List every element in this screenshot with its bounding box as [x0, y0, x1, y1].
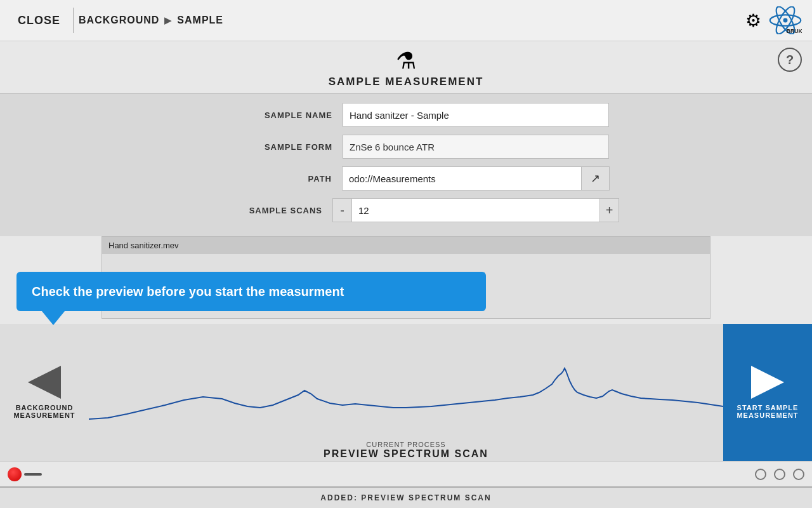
right-arrow-icon: [751, 366, 784, 399]
left-nav-label: BACKGROUND MEASUREMENT: [13, 404, 75, 419]
file-list-item[interactable]: Hand sanitizer.mev: [102, 237, 710, 254]
background-measurement-button[interactable]: BACKGROUND MEASUREMENT: [0, 324, 89, 461]
top-panel: ⚗ SAMPLE MEASUREMENT ? SAMPLE NAME SAMPL…: [0, 41, 812, 324]
progress-dot-3: [793, 469, 804, 480]
status-line: [24, 473, 42, 476]
path-field-group: ↗: [342, 166, 610, 190]
left-arrow-icon: [28, 366, 61, 399]
svg-text:BRUKER: BRUKER: [787, 28, 802, 34]
file-list-wrapper: Hand sanitizer.mev Check the preview bef…: [0, 236, 812, 319]
breadcrumb-step2: SAMPLE: [177, 15, 223, 26]
header-right: ⚙ BRUKER: [745, 6, 802, 34]
sample-name-row: SAMPLE NAME: [0, 103, 812, 127]
scans-row: SAMPLE SCANS - +: [0, 198, 812, 222]
bottom-bar: [0, 461, 812, 486]
spectrum-chart-wrapper: CURRENT PROCESS PREVIEW SPECTRUM SCAN: [89, 324, 723, 461]
status-indicator: [8, 467, 42, 481]
breadcrumb: BACKGROUND ▶ SAMPLE: [79, 15, 223, 26]
spectrum-chart: [89, 362, 723, 438]
form-area: SAMPLE NAME SAMPLE FORM PATH ↗ SAMPLE SC…: [0, 93, 812, 236]
scans-increment-button[interactable]: +: [600, 198, 619, 222]
start-sample-measurement-button[interactable]: START SAMPLE MEASUREMENT: [723, 324, 812, 461]
main-content: ⚗ SAMPLE MEASUREMENT ? SAMPLE NAME SAMPL…: [0, 41, 812, 508]
bottom-left: [8, 467, 42, 481]
scans-label: SAMPLE SCANS: [193, 206, 332, 215]
sample-form-label: SAMPLE FORM: [203, 142, 343, 152]
progress-dot-1: [755, 469, 766, 480]
added-bar: ADDED: PREVIEW SPECTRUM SCAN: [0, 486, 812, 508]
section-title-group: ⚗ SAMPLE MEASUREMENT: [329, 48, 484, 88]
path-browse-button[interactable]: ↗: [582, 166, 610, 190]
sample-name-label: SAMPLE NAME: [203, 110, 343, 120]
svg-point-3: [783, 18, 788, 23]
current-process-label: CURRENT PROCESS: [324, 441, 488, 448]
status-dot: [8, 467, 22, 481]
preview-scan-label: PREVIEW SPECTRUM SCAN: [324, 448, 488, 460]
close-button[interactable]: CLOSE: [10, 9, 68, 32]
header: CLOSE BACKGROUND ▶ SAMPLE ⚙ BRUKER: [0, 0, 812, 41]
added-bar-text: ADDED: PREVIEW SPECTRUM SCAN: [320, 493, 491, 502]
progress-dots: [755, 469, 804, 480]
spectrum-area: BACKGROUND MEASUREMENT CURRENT PROCESS P…: [0, 324, 812, 461]
tooltip-text: Check the preview before you start the m…: [16, 272, 486, 311]
breadcrumb-arrow: ▶: [164, 15, 172, 25]
path-label: PATH: [202, 174, 342, 184]
flask-icon: ⚗: [396, 48, 416, 74]
sample-form-input[interactable]: [343, 135, 609, 159]
breadcrumb-step1: BACKGROUND: [79, 15, 159, 26]
scans-input[interactable]: [351, 198, 600, 222]
help-button[interactable]: ?: [778, 48, 802, 72]
bruker-logo: BRUKER: [769, 6, 802, 34]
sample-form-row: SAMPLE FORM: [0, 135, 812, 159]
section-title: SAMPLE MEASUREMENT: [329, 76, 484, 88]
scans-field-group: - +: [332, 198, 619, 222]
tooltip-arrow: [42, 311, 65, 325]
header-divider: [73, 8, 74, 33]
right-nav-label: START SAMPLE MEASUREMENT: [737, 404, 798, 419]
gear-icon[interactable]: ⚙: [745, 10, 761, 31]
section-title-area: ⚗ SAMPLE MEASUREMENT ?: [0, 48, 812, 93]
path-input[interactable]: [342, 166, 582, 190]
scans-decrement-button[interactable]: -: [332, 198, 351, 222]
path-row: PATH ↗: [0, 166, 812, 190]
progress-dot-2: [774, 469, 785, 480]
sample-name-input[interactable]: [343, 103, 609, 127]
tooltip-container: Check the preview before you start the m…: [16, 272, 486, 325]
bruker-atom-icon: BRUKER: [769, 6, 802, 34]
spectrum-labels: CURRENT PROCESS PREVIEW SPECTRUM SCAN: [324, 438, 488, 461]
